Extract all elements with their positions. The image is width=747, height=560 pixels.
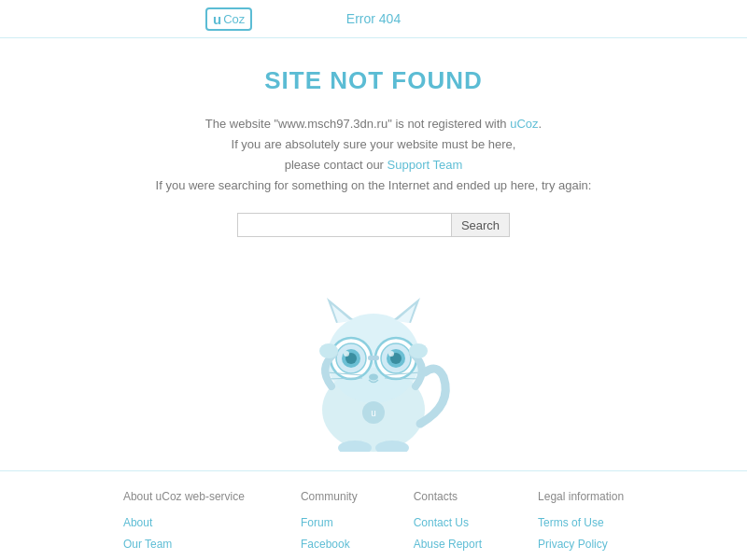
logo[interactable]: u Coz xyxy=(205,7,252,31)
footer-link-terms[interactable]: Terms of Use xyxy=(538,512,624,534)
svg-point-17 xyxy=(369,374,378,381)
footer-link-pricing[interactable]: Pricing xyxy=(123,555,245,560)
svg-point-23 xyxy=(409,343,428,358)
footer-col-legal-heading: Legal information xyxy=(538,490,624,503)
svg-rect-16 xyxy=(368,356,379,360)
footer-col-about: About uCoz web-service About Our Team Pr… xyxy=(123,490,245,560)
footer-link-about[interactable]: About xyxy=(123,512,245,534)
page-title: SITE NOT FOUND xyxy=(264,66,483,95)
cat-svg: u xyxy=(280,265,467,452)
footer-col-about-heading: About uCoz web-service xyxy=(123,490,245,503)
footer-link-privacy[interactable]: Privacy Policy xyxy=(538,534,624,555)
logo-coz-text: Coz xyxy=(223,12,245,26)
error-label: Error 404 xyxy=(346,11,401,26)
svg-point-10 xyxy=(344,351,349,357)
header: u Coz Error 404 xyxy=(0,0,747,38)
footer-link-forum[interactable]: Forum xyxy=(301,512,358,534)
main-content: SITE NOT FOUND The website "www.msch97.3… xyxy=(0,38,747,470)
message-block: The website "www.msch97.3dn.ru" is not r… xyxy=(156,114,592,196)
footer-col-community-heading: Community xyxy=(301,490,358,503)
cat-illustration: u xyxy=(280,265,467,452)
footer-link-facebook[interactable]: Facebook xyxy=(301,534,358,555)
footer-col-contacts: Contacts Contact Us Abuse Report Partner… xyxy=(414,490,482,560)
footer-col-legal: Legal information Terms of Use Privacy P… xyxy=(538,490,624,560)
footer-link-twitter[interactable]: Twitter xyxy=(301,555,358,560)
svg-text:u: u xyxy=(371,408,376,418)
svg-point-15 xyxy=(388,351,394,357)
logo-box: u Coz xyxy=(205,7,252,31)
footer-col-contacts-heading: Contacts xyxy=(414,490,482,503)
support-team-link[interactable]: Support Team xyxy=(388,158,463,172)
message-line3: please contact our Support Team xyxy=(156,155,592,175)
footer-link-partners[interactable]: Partners xyxy=(414,555,482,560)
logo-u-icon: u xyxy=(213,11,221,27)
message-line4: If you were searching for something on t… xyxy=(156,175,592,196)
message-line1: The website "www.msch97.3dn.ru" is not r… xyxy=(156,114,592,134)
footer-link-contact-us[interactable]: Contact Us xyxy=(414,512,482,534)
footer: About uCoz web-service About Our Team Pr… xyxy=(0,470,747,560)
message-line2: If you are absolutely sure your website … xyxy=(156,134,592,155)
search-button[interactable]: Search xyxy=(452,213,510,237)
footer-link-our-team[interactable]: Our Team xyxy=(123,534,245,555)
search-input[interactable] xyxy=(237,213,452,237)
footer-col-community: Community Forum Facebook Twitter xyxy=(301,490,358,560)
svg-point-22 xyxy=(319,343,338,358)
ucoz-link[interactable]: uCoz xyxy=(510,117,538,131)
search-row: Search xyxy=(237,213,510,237)
footer-link-abuse-report[interactable]: Abuse Report xyxy=(414,534,482,555)
